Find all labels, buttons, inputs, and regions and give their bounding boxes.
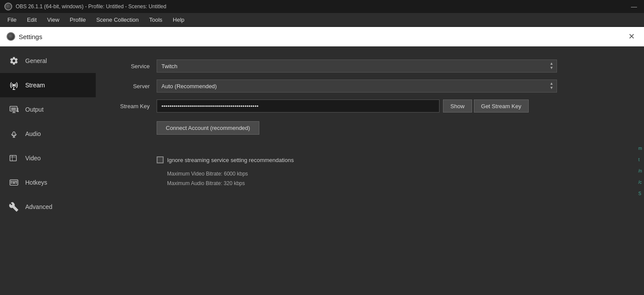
server-label: Server bbox=[113, 83, 157, 89]
stream-key-row: Stream Key Show Get Stream Key bbox=[113, 99, 620, 113]
ignore-recommendations-checkbox[interactable] bbox=[157, 156, 164, 163]
server-select[interactable]: Auto (Recommended) bbox=[157, 80, 557, 93]
menu-file[interactable]: File bbox=[2, 14, 22, 26]
max-audio-bitrate: Maximum Audio Bitrate: 320 kbps bbox=[167, 179, 620, 189]
titlebar-title: OBS 26.1.1 (64-bit, windows) - Profile: … bbox=[16, 3, 166, 10]
ignore-recommendations-label: Ignore streaming service setting recomme… bbox=[167, 157, 294, 163]
bitrate-info: Maximum Video Bitrate: 6000 kbps Maximum… bbox=[167, 169, 620, 188]
server-select-container: Auto (Recommended) ▲ ▼ bbox=[157, 80, 557, 93]
svg-rect-14 bbox=[11, 181, 12, 182]
menu-view[interactable]: View bbox=[42, 14, 64, 26]
stream-icon bbox=[8, 79, 20, 91]
svg-rect-18 bbox=[13, 182, 15, 183]
service-label: Service bbox=[113, 63, 157, 70]
sidebar-label-audio: Audio bbox=[25, 130, 41, 137]
svg-line-1 bbox=[13, 86, 14, 89]
stream-key-buttons: Show Get Stream Key bbox=[443, 99, 529, 113]
sidebar-item-advanced[interactable]: Advanced bbox=[0, 195, 96, 219]
sidebar-label-output: Output bbox=[25, 106, 44, 113]
connect-account-button[interactable]: Connect Account (recommended) bbox=[157, 121, 259, 135]
sidebar-item-general[interactable]: General bbox=[0, 49, 96, 73]
server-row: Server Auto (Recommended) ▲ ▼ bbox=[113, 80, 620, 93]
connect-account-wrapper: Connect Account (recommended) bbox=[157, 119, 620, 135]
audio-icon bbox=[8, 128, 20, 140]
settings-obs-icon bbox=[7, 32, 15, 41]
video-icon bbox=[8, 152, 20, 164]
service-select[interactable]: Twitch bbox=[157, 60, 557, 73]
stream-key-input[interactable] bbox=[157, 99, 439, 113]
svg-point-7 bbox=[13, 132, 15, 136]
svg-point-0 bbox=[13, 84, 15, 86]
sidebar-item-stream[interactable]: Stream bbox=[0, 73, 96, 97]
get-stream-key-button[interactable]: Get Stream Key bbox=[474, 99, 529, 113]
menubar: File Edit View Profile Scene Collection … bbox=[0, 13, 644, 27]
settings-dialog: Settings ✕ General bbox=[0, 27, 644, 295]
sidebar-item-video[interactable]: Video bbox=[0, 146, 96, 170]
sidebar-label-hotkeys: Hotkeys bbox=[25, 179, 47, 186]
menu-scene-collection[interactable]: Scene Collection bbox=[91, 14, 144, 26]
advanced-icon bbox=[8, 201, 20, 213]
gear-icon bbox=[8, 55, 20, 67]
settings-header: Settings ✕ bbox=[0, 27, 644, 46]
svg-rect-4 bbox=[11, 107, 16, 110]
menu-edit[interactable]: Edit bbox=[22, 14, 42, 26]
sidebar-label-general: General bbox=[25, 57, 47, 64]
server-select-wrapper: Auto (Recommended) ▲ ▼ bbox=[157, 80, 557, 93]
sidebar-item-hotkeys[interactable]: Hotkeys bbox=[0, 170, 96, 195]
svg-rect-19 bbox=[16, 181, 17, 182]
hotkeys-icon bbox=[8, 176, 20, 189]
service-row: Service Twitch ▲ ▼ bbox=[113, 60, 620, 73]
titlebar-left: OBS 26.1.1 (64-bit, windows) - Profile: … bbox=[4, 3, 166, 10]
minimize-button[interactable]: — bbox=[628, 2, 640, 11]
right-edge-text-5: S bbox=[638, 191, 643, 196]
svg-rect-15 bbox=[13, 181, 14, 182]
service-select-wrapper: Twitch ▲ ▼ bbox=[157, 60, 557, 73]
right-edge-text-2: t bbox=[638, 157, 643, 162]
sidebar-item-audio[interactable]: Audio bbox=[0, 122, 96, 146]
checkbox-section: Ignore streaming service setting recomme… bbox=[157, 156, 620, 188]
sidebar-item-output[interactable]: Output bbox=[0, 97, 96, 122]
ignore-recommendations-row: Ignore streaming service setting recomme… bbox=[157, 156, 620, 163]
menu-tools[interactable]: Tools bbox=[144, 14, 168, 26]
titlebar-controls: — bbox=[628, 2, 640, 11]
settings-title: Settings bbox=[19, 33, 42, 40]
right-edge-text-3: /n bbox=[638, 169, 643, 173]
sidebar-label-stream: Stream bbox=[25, 82, 45, 89]
menu-help[interactable]: Help bbox=[168, 14, 190, 26]
main-content: Service Twitch ▲ ▼ Server bbox=[96, 46, 637, 295]
svg-rect-17 bbox=[11, 182, 12, 183]
stream-key-input-wrapper bbox=[157, 99, 439, 113]
show-button[interactable]: Show bbox=[443, 99, 472, 113]
menu-profile[interactable]: Profile bbox=[64, 14, 91, 26]
sidebar-label-advanced: Advanced bbox=[25, 203, 52, 210]
svg-rect-10 bbox=[10, 156, 17, 161]
settings-body: General Stream bbox=[0, 46, 644, 295]
settings-close-button[interactable]: ✕ bbox=[626, 31, 637, 42]
svg-rect-20 bbox=[16, 182, 17, 183]
svg-rect-16 bbox=[14, 181, 16, 182]
sidebar-label-video: Video bbox=[25, 155, 41, 162]
titlebar: OBS 26.1.1 (64-bit, windows) - Profile: … bbox=[0, 0, 644, 13]
service-select-container: Twitch ▲ ▼ bbox=[157, 60, 557, 73]
settings-title-row: Settings bbox=[7, 32, 42, 41]
stream-key-label: Stream Key bbox=[113, 103, 157, 109]
obs-logo-icon bbox=[4, 3, 12, 10]
output-icon bbox=[8, 103, 20, 116]
max-video-bitrate: Maximum Video Bitrate: 6000 kbps bbox=[167, 169, 620, 179]
sidebar: General Stream bbox=[0, 46, 96, 295]
right-edge-content: m t /n /c S bbox=[637, 46, 644, 295]
right-edge-text-4: /c bbox=[638, 180, 643, 185]
right-edge-text-1: m bbox=[638, 146, 643, 151]
